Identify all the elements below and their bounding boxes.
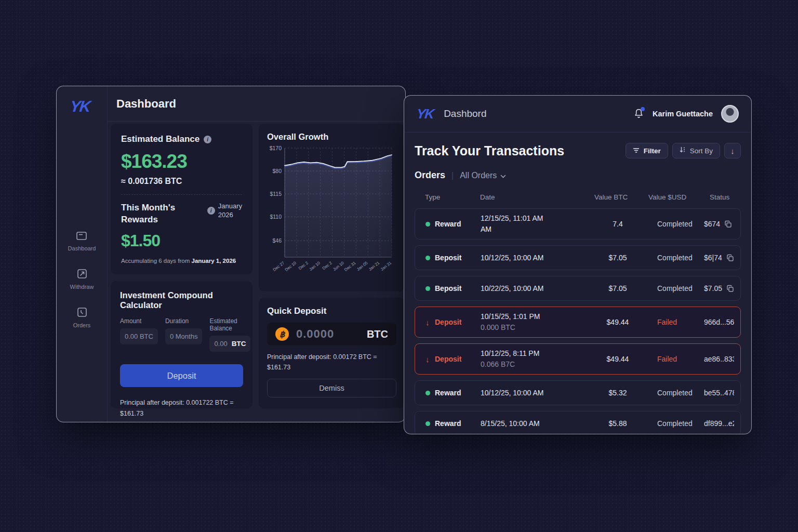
estimated-balance-card: Estimated Balance i $163.23 ≈ 0.001736 B… xyxy=(111,124,252,274)
row-status: Completed xyxy=(642,220,704,228)
download-icon: ↓ xyxy=(730,147,735,155)
col-status: Status xyxy=(710,193,735,201)
chevron-down-icon xyxy=(500,171,506,180)
quick-deposit-card: Quick Deposit ฿ 0.0000 BTC Principal aft… xyxy=(259,298,405,408)
filter-icon xyxy=(633,147,640,155)
bitcoin-icon: ฿ xyxy=(275,327,289,341)
notifications-bell-icon[interactable] xyxy=(633,108,644,119)
svg-text:Jan 10: Jan 10 xyxy=(308,260,321,272)
svg-text:Dec 10: Dec 10 xyxy=(284,260,298,272)
quick-deposit-currency: BTC xyxy=(367,328,388,340)
row-date: 10/12/25, 8:11 PM xyxy=(481,348,594,359)
sidebar: YK Dashboard Withdraw Orders xyxy=(57,86,108,422)
estimated-balance-input[interactable]: 0.00BTC xyxy=(209,336,250,352)
svg-text:Dec 31: Dec 31 xyxy=(343,260,357,272)
avatar[interactable] xyxy=(721,105,739,123)
table-row[interactable]: ↓Deposit10/15/25, 1:01 PM0.000 BTC$49.44… xyxy=(415,307,741,338)
row-value: $49.44 xyxy=(594,355,642,363)
page-title: Dashboard xyxy=(116,97,176,111)
quick-deposit-note: Principal after deposit: 0.00172 BTC = $… xyxy=(267,352,396,373)
sort-by-button[interactable]: Sort By xyxy=(672,143,720,158)
status-dot-icon xyxy=(425,222,430,227)
section-heading: Track Your Transactions xyxy=(415,143,564,158)
duration-input[interactable]: 0 Months xyxy=(165,328,202,344)
table-row[interactable]: Reward12/15/25, 11:01 AMAM7.4Completed$6… xyxy=(415,208,741,240)
sidebar-item-label: Withdraw xyxy=(70,284,94,290)
quick-deposit-title: Quick Deposit xyxy=(267,306,396,316)
principal-note: Principal after deposit: 0.001722 BTC = … xyxy=(120,397,240,420)
orders-icon xyxy=(77,308,87,318)
row-date: 12/15/25, 11:01 AM xyxy=(481,213,594,224)
download-button[interactable]: ↓ xyxy=(724,143,741,158)
row-date: 10/12/25, 10:00 AM xyxy=(481,252,594,263)
sidebar-item-dashboard[interactable]: Dashboard xyxy=(68,232,96,251)
row-type: Deposit xyxy=(435,318,481,326)
svg-text:$80: $80 xyxy=(272,168,282,174)
balance-amount: $163.23 xyxy=(121,151,242,172)
copy-icon[interactable] xyxy=(726,285,734,292)
status-dot-icon xyxy=(425,391,430,395)
copy-icon[interactable] xyxy=(724,220,732,228)
svg-text:$170: $170 xyxy=(270,145,282,151)
page-title: Dashbord xyxy=(444,108,486,119)
svg-text:Jan 31: Jan 31 xyxy=(380,260,393,272)
row-type: Reward xyxy=(435,220,481,228)
row-date-line2: 0.000 BTC xyxy=(481,322,594,333)
sidebar-item-withdraw[interactable]: Withdraw xyxy=(70,269,94,290)
growth-chart: $170$80$115$110$46Dec 27Dec 10Dec 2Jan 1… xyxy=(267,145,396,291)
row-value: $5.88 xyxy=(594,419,642,428)
table-row[interactable]: Beposit10/22/25, 10:00 AM$7.05Completed$… xyxy=(415,276,741,301)
copy-icon[interactable] xyxy=(726,254,734,262)
row-date-line2: AM xyxy=(481,224,594,235)
info-icon[interactable]: i xyxy=(207,207,215,215)
filter-button[interactable]: Filter xyxy=(626,143,668,158)
status-dot-icon xyxy=(425,256,430,260)
quick-deposit-input[interactable]: ฿ 0.0000 BTC xyxy=(267,323,396,345)
row-date: 10/22/25, 10:00 AM xyxy=(481,283,594,294)
user-name: Karim Guettache xyxy=(653,110,713,118)
table-row[interactable]: ↓Deposit10/12/25, 8:11 PM0.066 B7C$49.44… xyxy=(415,343,741,375)
row-type: Beposit xyxy=(435,254,481,262)
svg-text:$46: $46 xyxy=(272,237,282,244)
withdraw-icon xyxy=(77,269,87,280)
balance-title: Estimated Balance xyxy=(121,134,200,144)
overall-growth-card: Overall Growth $170$80$115$110$46Dec 27D… xyxy=(259,124,405,291)
svg-text:Jun 10: Jun 10 xyxy=(332,260,345,272)
sidebar-item-orders[interactable]: Orders xyxy=(73,308,91,328)
estimated-balance-label: Estimated Balance xyxy=(209,317,250,332)
row-date-line2: 0.066 B7C xyxy=(481,359,594,370)
row-ref: be55..4780 xyxy=(704,389,734,397)
row-type: Reward xyxy=(435,419,481,428)
sidebar-item-label: Dashboard xyxy=(68,245,96,251)
svg-text:Dec 2: Dec 2 xyxy=(322,260,333,271)
row-value: 7.4 xyxy=(594,220,642,228)
row-type: Beposit xyxy=(435,284,481,292)
amount-input[interactable]: 0.00 BTC xyxy=(120,328,158,344)
col-value-usd: Value $USD xyxy=(648,193,710,201)
rewards-amount: $1.50 xyxy=(121,231,242,250)
svg-text:Dec 2: Dec 2 xyxy=(298,260,309,271)
failed-arrow-icon: ↓ xyxy=(425,355,430,364)
info-icon[interactable]: i xyxy=(204,136,211,143)
row-date: 10/15/25, 1:01 PM xyxy=(481,311,594,322)
transactions-window: YK Dashbord Karim Guettache Track Your T… xyxy=(404,95,752,434)
orders-filter-dropdown[interactable]: All Orders xyxy=(460,171,506,180)
row-status: Completed xyxy=(642,389,704,397)
table-row[interactable]: Beposit10/12/25, 10:00 AM$7.05Completed$… xyxy=(415,245,741,270)
col-type: Type xyxy=(425,193,480,201)
row-status: Failed xyxy=(642,318,704,326)
rewards-period: January2026 xyxy=(218,202,242,220)
dismiss-button[interactable]: Demiss xyxy=(267,379,396,397)
table-row[interactable]: Reward10/12/25, 10:00 AM$5.32Completedbe… xyxy=(415,380,741,405)
status-dot-icon xyxy=(425,421,430,426)
row-status: Failed xyxy=(642,355,704,363)
amount-label: Amount xyxy=(120,317,158,325)
sort-icon xyxy=(680,147,686,155)
deposit-button[interactable]: Deposit xyxy=(120,364,243,387)
row-value: $7.05 xyxy=(594,254,642,262)
failed-arrow-icon: ↓ xyxy=(425,318,430,327)
row-ref: ae86..8334 xyxy=(704,355,734,363)
col-date: Date xyxy=(480,193,594,201)
table-row[interactable]: Reward8/15/25, 10:00 AM$5.88Completeddf8… xyxy=(415,411,741,434)
row-ref: df899...e268 xyxy=(704,419,734,428)
